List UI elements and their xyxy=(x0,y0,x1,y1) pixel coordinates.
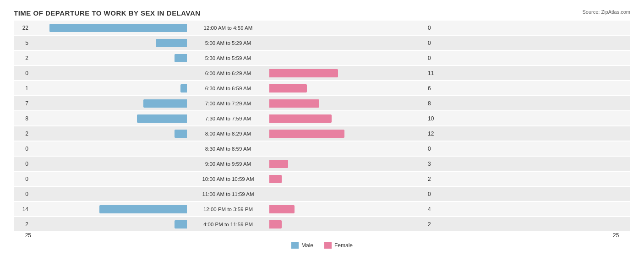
male-bar-container xyxy=(31,190,187,198)
male-bar-container xyxy=(31,54,187,62)
chart-container: TIME OF DEPARTURE TO WORK BY SEX IN DELA… xyxy=(0,0,644,272)
male-value: 2 xyxy=(14,55,31,61)
female-bar-container xyxy=(269,99,425,108)
chart-row: 0 9:00 AM to 9:59 AM 3 xyxy=(14,157,630,171)
male-legend-box xyxy=(291,242,299,249)
female-bar xyxy=(269,205,295,213)
female-bar xyxy=(269,84,307,92)
chart-row: 2 5:30 AM to 5:59 AM 0 xyxy=(14,51,630,65)
male-value: 2 xyxy=(14,221,31,228)
male-value: 8 xyxy=(14,115,31,122)
female-bar-container xyxy=(269,114,425,123)
female-bar-container xyxy=(269,39,425,47)
male-value: 0 xyxy=(14,191,31,197)
time-label: 8:00 AM to 8:29 AM xyxy=(187,131,269,136)
chart-title: TIME OF DEPARTURE TO WORK BY SEX IN DELA… xyxy=(14,9,630,17)
female-bar xyxy=(269,69,338,77)
female-bar xyxy=(269,130,344,138)
chart-row: 14 12:00 PM to 3:59 PM 4 xyxy=(14,202,630,216)
female-bar-container xyxy=(269,190,425,198)
female-bar xyxy=(269,220,282,228)
male-bar xyxy=(137,114,187,123)
female-value: 3 xyxy=(425,161,442,167)
time-label: 6:00 AM to 6:29 AM xyxy=(187,71,269,76)
chart-row: 2 8:00 AM to 8:29 AM 12 xyxy=(14,126,630,141)
female-bar-container xyxy=(269,205,425,213)
time-label: 6:30 AM to 6:59 AM xyxy=(187,86,269,91)
male-value: 0 xyxy=(14,70,31,76)
axis-max: 25 xyxy=(613,232,630,239)
male-bar xyxy=(180,84,187,92)
female-legend-box xyxy=(324,242,332,249)
male-bar-container xyxy=(31,24,187,32)
male-value: 5 xyxy=(14,40,31,46)
female-bar-container xyxy=(269,24,425,32)
female-value: 0 xyxy=(425,40,442,46)
female-value: 6 xyxy=(425,85,442,92)
male-value: 1 xyxy=(14,85,31,92)
female-bar xyxy=(269,99,319,108)
chart-row: 0 6:00 AM to 6:29 AM 11 xyxy=(14,66,630,80)
time-label: 11:00 AM to 11:59 AM xyxy=(187,191,269,197)
male-value: 0 xyxy=(14,161,31,167)
male-bar xyxy=(175,130,187,138)
male-bar-container xyxy=(31,99,187,108)
chart-row: 5 5:00 AM to 5:29 AM 0 xyxy=(14,36,630,50)
time-label: 7:00 AM to 7:29 AM xyxy=(187,101,269,106)
female-value: 12 xyxy=(425,131,442,137)
time-label: 10:00 AM to 10:59 AM xyxy=(187,176,269,182)
female-value: 11 xyxy=(425,70,442,76)
time-label: 5:00 AM to 5:29 AM xyxy=(187,40,269,46)
time-label: 12:00 PM to 3:59 PM xyxy=(187,207,269,212)
male-bar xyxy=(143,99,187,108)
female-value: 0 xyxy=(425,146,442,152)
male-value: 0 xyxy=(14,176,31,182)
male-bar-container xyxy=(31,175,187,183)
chart-row: 0 8:30 AM to 8:59 AM 0 xyxy=(14,141,630,156)
male-bar xyxy=(175,54,187,62)
chart-row: 7 7:00 AM to 7:29 AM 8 xyxy=(14,96,630,110)
chart-row: 22 12:00 AM to 4:59 AM 0 xyxy=(14,21,630,35)
male-bar xyxy=(175,220,187,228)
male-bar xyxy=(156,39,187,47)
male-bar-container xyxy=(31,145,187,153)
female-bar xyxy=(269,175,282,183)
female-value: 10 xyxy=(425,115,442,122)
time-label: 8:30 AM to 8:59 AM xyxy=(187,146,269,152)
source-text: Source: ZipAtlas.com xyxy=(582,9,630,15)
male-bar-container xyxy=(31,84,187,92)
male-bar-container xyxy=(31,160,187,168)
female-value: 0 xyxy=(425,191,442,197)
time-label: 4:00 PM to 11:59 PM xyxy=(187,222,269,227)
female-bar-container xyxy=(269,54,425,62)
female-value: 2 xyxy=(425,176,442,182)
female-value: 0 xyxy=(425,55,442,61)
female-bar-container xyxy=(269,145,425,153)
male-bar xyxy=(99,205,187,213)
bottom-axis: 25 25 xyxy=(14,232,630,239)
chart-row: 2 4:00 PM to 11:59 PM 2 xyxy=(14,217,630,231)
male-value: 2 xyxy=(14,131,31,137)
time-label: 12:00 AM to 4:59 AM xyxy=(187,25,269,31)
female-value: 2 xyxy=(425,221,442,228)
female-value: 4 xyxy=(425,206,442,212)
legend-male: Male xyxy=(291,242,313,249)
axis-min: 25 xyxy=(14,232,31,239)
legend: Male Female xyxy=(14,242,630,249)
chart-row: 0 11:00 AM to 11:59 AM 0 xyxy=(14,187,630,201)
male-value: 22 xyxy=(14,25,31,31)
legend-female: Female xyxy=(324,242,353,249)
chart-row: 8 7:30 AM to 7:59 AM 10 xyxy=(14,111,630,125)
female-bar xyxy=(269,160,288,168)
male-bar-container xyxy=(31,114,187,123)
male-bar-container xyxy=(31,69,187,77)
female-value: 8 xyxy=(425,100,442,107)
male-value: 7 xyxy=(14,100,31,107)
female-bar-container xyxy=(269,220,425,228)
female-bar-container xyxy=(269,160,425,168)
female-bar-container xyxy=(269,84,425,92)
male-bar xyxy=(49,24,187,32)
time-label: 9:00 AM to 9:59 AM xyxy=(187,161,269,167)
male-legend-label: Male xyxy=(301,242,313,249)
female-bar-container xyxy=(269,69,425,77)
